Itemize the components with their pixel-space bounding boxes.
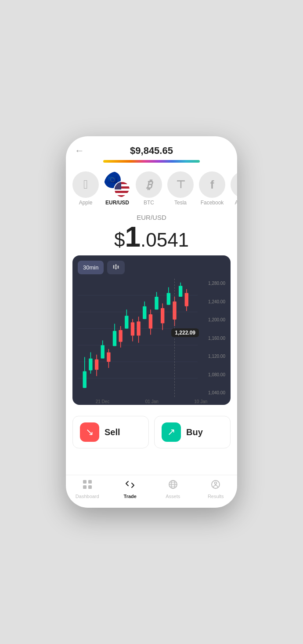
- facebook-label: Facebook: [201, 200, 224, 206]
- svg-rect-46: [143, 306, 146, 319]
- y-label-2: 1,240.00: [208, 299, 225, 304]
- flag-icon: 🇪🇺: [104, 171, 130, 198]
- us-flag-stripes: [115, 182, 130, 197]
- chart-controls: 30min: [78, 261, 225, 274]
- svg-rect-73: [88, 485, 92, 489]
- timeframe-button[interactable]: 30min: [78, 261, 104, 274]
- buy-label: Buy: [186, 427, 203, 437]
- apple-label: Apple: [79, 200, 93, 206]
- nav-results[interactable]: Results: [195, 480, 238, 499]
- facebook-icon: f: [210, 178, 214, 192]
- results-label: Results: [208, 494, 224, 499]
- y-label-3: 1,200.00: [208, 317, 225, 322]
- balance-progress-bar: [103, 160, 200, 163]
- apple-icon: : [83, 178, 88, 192]
- asset-tab-eurusd[interactable]: 🇪🇺 EUR/USD: [104, 171, 130, 206]
- back-button[interactable]: ←: [75, 145, 84, 156]
- tesla-icon-container: ⊤: [167, 171, 194, 198]
- svg-rect-43: [137, 321, 140, 335]
- pair-title: EUR/USD: [66, 214, 237, 221]
- svg-rect-3: [115, 264, 116, 269]
- asset-tab-tesla[interactable]: ⊤ Tesla: [167, 171, 194, 206]
- svg-rect-67: [185, 293, 188, 306]
- x-label-1: 21 Dec: [96, 399, 110, 404]
- asset-tab-facebook[interactable]: f Facebook: [199, 171, 225, 206]
- svg-rect-64: [179, 286, 182, 297]
- assets-icon: [168, 480, 178, 492]
- svg-rect-31: [113, 331, 116, 346]
- amazon-label: Amaz...: [235, 200, 237, 206]
- svg-rect-1: [113, 266, 115, 266]
- trade-label: Trade: [124, 494, 137, 499]
- price-prefix: $: [114, 229, 125, 251]
- buy-button[interactable]: ↗ Buy: [154, 416, 231, 448]
- sell-label: Sell: [105, 427, 120, 437]
- svg-rect-22: [95, 360, 98, 370]
- svg-rect-4: [115, 265, 117, 266]
- svg-rect-55: [161, 308, 164, 324]
- dashboard-icon: [83, 480, 92, 492]
- y-label-7: 1,040.00: [208, 390, 225, 395]
- svg-rect-8: [117, 268, 119, 268]
- eurusd-label: EUR/USD: [105, 200, 129, 206]
- svg-rect-70: [83, 480, 87, 484]
- nav-trade[interactable]: Trade: [109, 480, 152, 499]
- bottom-nav: Dashboard Trade Assets: [66, 475, 237, 508]
- tesla-icon: ⊤: [176, 178, 185, 191]
- assets-label: Assets: [166, 494, 180, 499]
- nav-assets[interactable]: Assets: [152, 480, 195, 499]
- tesla-label: Tesla: [174, 200, 187, 206]
- chart-container: 30min: [72, 255, 231, 405]
- buy-icon: ↗: [162, 422, 181, 442]
- sell-button[interactable]: ↘ Sell: [72, 416, 149, 448]
- y-label-1: 1,280.00: [208, 281, 225, 286]
- btc-label: BTC: [144, 200, 154, 206]
- apple-icon-container: : [72, 171, 99, 198]
- header: ← $9,845.65: [66, 136, 237, 167]
- us-flag: [114, 181, 130, 198]
- x-label-2: 01 Jan: [145, 399, 159, 404]
- eurusd-icon-container: 🇪🇺: [104, 171, 130, 198]
- trade-icon: [125, 480, 135, 492]
- asset-tabs:  Apple 🇪🇺 EUR/USD ₿: [66, 167, 237, 210]
- pair-price: $1.0541: [66, 223, 237, 251]
- y-label-4: 1,160.00: [208, 336, 225, 341]
- svg-rect-34: [119, 330, 122, 342]
- sell-icon: ↘: [80, 422, 99, 442]
- chart-type-button[interactable]: [107, 261, 125, 274]
- y-label-5: 1,120.00: [208, 354, 225, 359]
- candlestick-chart: [78, 279, 225, 397]
- svg-rect-37: [125, 316, 128, 328]
- chart-area: 1,280.00 1,240.00 1,200.00 1,160.00 1,12…: [78, 279, 225, 397]
- svg-rect-19: [89, 358, 92, 370]
- x-label-3: 10 Jan: [194, 399, 207, 404]
- svg-rect-72: [83, 485, 87, 489]
- main-content: EUR/USD $1.0541 30min: [66, 210, 237, 475]
- dashboard-label: Dashboard: [76, 494, 99, 499]
- svg-rect-40: [131, 322, 134, 335]
- price-big: 1: [125, 221, 141, 253]
- amazon-icon-container: a: [231, 171, 237, 198]
- svg-rect-7: [117, 266, 119, 267]
- y-axis-labels: 1,280.00 1,240.00 1,200.00 1,160.00 1,12…: [208, 279, 225, 397]
- balance-display: $9,845.65: [130, 145, 173, 156]
- nav-dashboard[interactable]: Dashboard: [66, 480, 109, 499]
- btc-icon: ₿: [146, 178, 152, 192]
- svg-rect-25: [101, 345, 105, 358]
- asset-tab-apple[interactable]:  Apple: [72, 171, 99, 206]
- svg-rect-28: [107, 352, 110, 362]
- svg-rect-16: [83, 371, 87, 388]
- x-axis-labels: 21 Dec 01 Jan 10 Jan: [78, 399, 225, 404]
- trade-buttons: ↘ Sell ↗ Buy: [66, 411, 237, 455]
- asset-tab-amazon[interactable]: a Amaz...: [231, 171, 237, 206]
- results-icon: [211, 480, 220, 492]
- svg-rect-5: [115, 268, 117, 269]
- svg-rect-58: [167, 293, 170, 305]
- chart-tooltip: 1,222.09: [171, 328, 199, 337]
- asset-tab-btc[interactable]: ₿ BTC: [136, 171, 162, 206]
- us-flag-canton: [115, 182, 121, 189]
- svg-rect-49: [149, 314, 152, 328]
- svg-rect-2: [113, 268, 115, 268]
- btc-icon-container: ₿: [136, 171, 162, 198]
- svg-point-81: [215, 484, 216, 485]
